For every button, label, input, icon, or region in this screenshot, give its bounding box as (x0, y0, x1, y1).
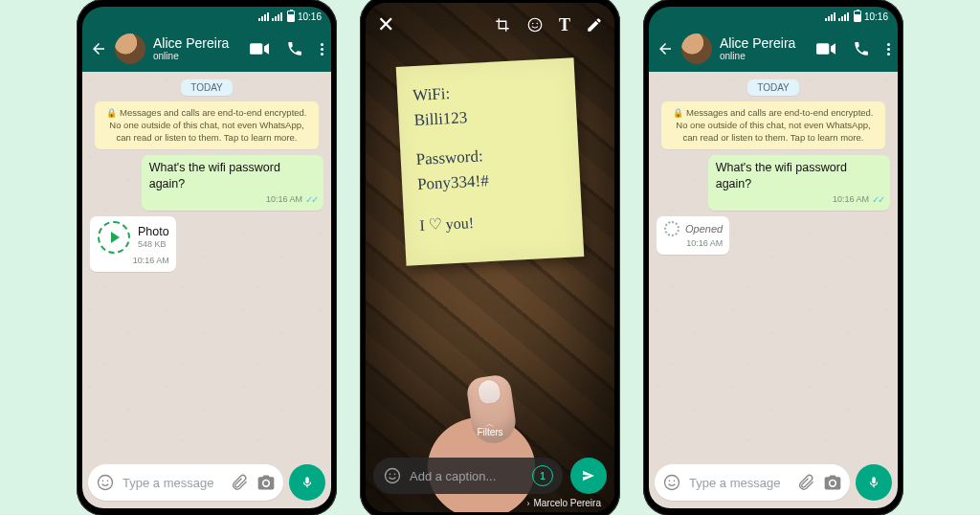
recipient-chip[interactable]: › Marcelo Pereira (526, 498, 607, 508)
attach-icon[interactable] (230, 473, 249, 492)
chat-area[interactable]: TODAY 🔒 Messages and calls are end-to-en… (82, 72, 331, 459)
view-once-icon[interactable]: 1 (532, 465, 553, 486)
signal-icon (258, 12, 269, 21)
message-time: 10:16 AM (266, 194, 302, 206)
chevron-right-icon: › (526, 499, 529, 508)
emoji-icon[interactable] (662, 473, 681, 492)
svg-point-2 (102, 481, 104, 482)
svg-point-5 (532, 23, 534, 25)
voice-call-icon[interactable] (286, 40, 303, 57)
view-once-photo-icon[interactable] (98, 221, 130, 254)
more-menu-icon[interactable] (887, 43, 890, 56)
text-tool-icon[interactable]: T (559, 15, 570, 35)
caption-input[interactable]: Add a caption... 1 (373, 458, 563, 494)
screen-chat-before: 10:16 Alice Pereira online TODAY (82, 7, 331, 508)
caption-placeholder: Add a caption... (410, 469, 496, 483)
contact-status: online (720, 51, 809, 62)
screen-chat-after: 10:16 Alice Pereira online TODAY (649, 7, 898, 508)
mic-button[interactable] (856, 464, 892, 501)
status-time: 10:16 (864, 11, 888, 22)
contact-name: Alice Pereira (153, 35, 242, 51)
recipient-name: Marcelo Pereira (533, 498, 601, 508)
phone-right: 10:16 Alice Pereira online TODAY (643, 0, 903, 515)
message-placeholder: Type a message (689, 476, 780, 490)
video-call-icon[interactable] (816, 42, 835, 56)
mic-button[interactable] (289, 464, 325, 501)
svg-point-9 (394, 474, 396, 476)
attach-icon[interactable] (796, 473, 815, 492)
back-arrow-icon[interactable] (657, 40, 674, 57)
filters-toggle[interactable]: ︿ Filters (477, 421, 502, 437)
status-time: 10:16 (298, 11, 322, 22)
date-chip: TODAY (747, 79, 799, 96)
chevron-up-icon: ︿ (477, 421, 502, 427)
contact-avatar[interactable] (681, 34, 712, 64)
svg-point-7 (386, 469, 400, 483)
phone-middle: ✕ T WiFi: Billi (360, 0, 620, 515)
svg-point-3 (107, 481, 109, 482)
message-incoming-photo[interactable]: Photo 548 KB 10:16 AM (90, 216, 323, 272)
date-chip: TODAY (181, 79, 233, 96)
message-text: What's the wifi password again? (149, 160, 317, 191)
encryption-text: Messages and calls are end-to-end encryp… (676, 107, 873, 143)
svg-rect-10 (816, 43, 829, 55)
emoji-icon[interactable] (96, 473, 115, 492)
svg-point-4 (528, 18, 542, 32)
message-input[interactable]: Type a message (655, 464, 850, 501)
message-incoming-opened[interactable]: Opened 10:16 AM (657, 216, 890, 255)
draw-tool-icon[interactable] (586, 16, 603, 34)
encryption-text: Messages and calls are end-to-end encryp… (109, 107, 306, 143)
chat-area[interactable]: TODAY 🔒 Messages and calls are end-to-en… (649, 72, 898, 459)
battery-icon (287, 11, 295, 22)
opened-ring-icon (664, 221, 679, 236)
encryption-notice[interactable]: 🔒 Messages and calls are end-to-end encr… (661, 101, 885, 149)
contact-avatar[interactable] (115, 34, 145, 64)
crop-rotate-icon[interactable] (494, 16, 511, 34)
battery-icon (854, 11, 861, 22)
svg-point-6 (536, 23, 538, 25)
svg-point-1 (99, 476, 113, 490)
message-text: What's the wifi password again? (716, 160, 883, 191)
video-call-icon[interactable] (250, 42, 269, 56)
more-menu-icon[interactable] (321, 43, 323, 56)
chat-app-bar: Alice Pereira online (82, 26, 331, 72)
message-time: 10:16 AM (133, 256, 169, 267)
contact-name: Alice Pereira (720, 35, 809, 51)
svg-point-8 (390, 474, 391, 476)
sticker-icon[interactable] (526, 16, 544, 34)
message-time: 10:16 AM (686, 238, 723, 250)
svg-point-12 (669, 481, 671, 482)
message-placeholder: Type a message (122, 476, 213, 490)
message-composer: Type a message (649, 459, 898, 508)
read-ticks-icon: ✓✓ (305, 193, 317, 206)
screen-photo-editor: ✕ T WiFi: Billi (366, 3, 614, 512)
contact-title-block[interactable]: Alice Pereira online (153, 35, 242, 62)
voice-call-icon[interactable] (853, 40, 870, 57)
signal-icon (838, 12, 849, 21)
encryption-notice[interactable]: 🔒 Messages and calls are end-to-end encr… (95, 101, 319, 149)
back-arrow-icon[interactable] (90, 40, 107, 57)
read-ticks-icon: ✓✓ (872, 193, 883, 206)
photo-title: Photo (138, 224, 169, 239)
contact-title-block[interactable]: Alice Pereira online (720, 35, 809, 62)
sticky-note: WiFi: Billi123 Password: Pony334!# I ♡ y… (396, 57, 585, 265)
svg-point-11 (665, 476, 679, 490)
opened-label: Opened (685, 222, 723, 235)
note-line: I ♡ you! (419, 207, 569, 238)
status-bar: 10:16 (649, 7, 898, 26)
message-outgoing[interactable]: What's the wifi password again? 10:16 AM… (90, 155, 323, 211)
status-bar: 10:16 (82, 7, 331, 26)
camera-icon[interactable] (823, 473, 842, 492)
lock-icon: 🔒 (673, 108, 683, 118)
chat-app-bar: Alice Pereira online (649, 26, 898, 72)
camera-icon[interactable] (256, 473, 276, 492)
lock-icon: 🔒 (106, 108, 117, 118)
photo-size: 548 KB (138, 239, 169, 251)
emoji-icon[interactable] (383, 466, 402, 485)
message-time: 10:16 AM (833, 194, 869, 206)
send-button[interactable] (570, 458, 607, 494)
message-outgoing[interactable]: What's the wifi password again? 10:16 AM… (657, 155, 890, 211)
phone-left: 10:16 Alice Pereira online TODAY (77, 0, 337, 515)
message-input[interactable]: Type a message (88, 464, 283, 501)
close-icon[interactable]: ✕ (377, 12, 394, 37)
